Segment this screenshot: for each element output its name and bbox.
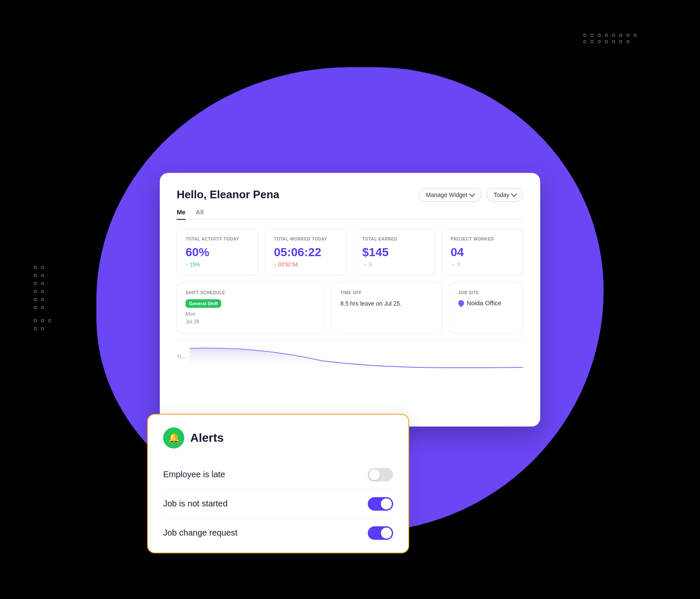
chevron-down-icon [511, 191, 517, 197]
tab-me[interactable]: Me [177, 208, 186, 220]
toggle-thumb-2 [381, 498, 392, 509]
alert-item-job-change-request: Job change request [163, 519, 393, 540]
stat-value-worked: 05:06:22 [274, 246, 338, 259]
toggle-job-not-started[interactable] [368, 497, 393, 511]
today-button[interactable]: Today [487, 188, 523, 202]
alert-item-employee-late: Employee is late [163, 460, 393, 490]
alert-label-employee-late: Employee is late [163, 470, 225, 479]
stat-label-earned: TOTAL EARNED [362, 237, 426, 241]
stat-change-earned: 0 [362, 262, 426, 268]
job-site-card: JOB SITE Noida Office [449, 282, 523, 334]
stat-value-activity: 60% [186, 246, 249, 259]
stat-label-activity: TOTAL ACTIVITY TODAY [186, 237, 249, 241]
tab-all[interactable]: All [196, 208, 204, 220]
stat-card-total-activity: TOTAL ACTIVITY TODAY 60% 15% [177, 229, 258, 276]
bottom-grid: SHIFT SCHEDULE General Shift Mon Jul 28 … [177, 282, 523, 334]
header-buttons: Manage Widget Today [419, 188, 523, 202]
manage-widget-button[interactable]: Manage Widget [419, 188, 481, 202]
timeline-label: TI... [177, 354, 186, 359]
greeting-text: Hello, Eleanor Pena [177, 188, 279, 201]
chart-area [190, 344, 523, 369]
job-site-name: Noida Office [467, 299, 501, 306]
stat-card-total-earned: TOTAL EARNED $145 0 [353, 229, 435, 276]
stat-card-project-worked: PROJECT WORKED 04 0 [442, 229, 523, 276]
job-site-row: Noida Office [458, 299, 514, 306]
stat-label-worked: TOTAL WORKED TODAY [274, 237, 338, 241]
alerts-title: Alerts [190, 431, 224, 445]
down-arrow-icon [274, 262, 276, 268]
shift-label: SHIFT SCHEDULE [186, 290, 316, 295]
main-dashboard-card: Hello, Eleanor Pena Manage Widget Today … [160, 173, 540, 427]
line-chart [190, 344, 523, 369]
alert-label-job-not-started: Job is not started [163, 499, 227, 509]
bell-circle: 🔔 [163, 427, 184, 449]
shift-schedule-card: SHIFT SCHEDULE General Shift Mon Jul 28 [177, 282, 325, 334]
stats-grid: TOTAL ACTIVITY TODAY 60% 15% TOTAL WORKE… [177, 229, 523, 276]
right-arrow-icon [362, 262, 367, 268]
stat-value-project: 04 [451, 246, 514, 259]
shift-tag: General Shift [186, 299, 221, 308]
up-arrow-icon [186, 262, 188, 268]
location-pin-icon [457, 299, 465, 307]
job-site-label: JOB SITE [458, 290, 514, 295]
time-off-card: TIME OFF 8.5 hrs leave on Jul 25. [331, 282, 443, 334]
alerts-card: 🔔 Alerts Employee is late Job is not sta… [147, 414, 409, 553]
toggle-job-change-request[interactable] [368, 526, 393, 540]
shift-date: Mon Jul 28 [186, 310, 316, 325]
stat-value-earned: $145 [362, 246, 426, 259]
time-off-label: TIME OFF [340, 290, 434, 295]
decorative-dots-left [34, 266, 51, 334]
stat-change-activity: 15% [186, 262, 249, 268]
alerts-header: 🔔 Alerts [163, 427, 393, 449]
chevron-down-icon [469, 191, 475, 197]
toggle-thumb [369, 469, 380, 480]
dashboard-header: Hello, Eleanor Pena Manage Widget Today [177, 188, 523, 202]
right-arrow-icon-2 [451, 262, 456, 268]
stat-label-project: PROJECT WORKED [451, 237, 514, 241]
time-off-text: 8.5 hrs leave on Jul 25. [340, 299, 434, 308]
stat-card-total-worked: TOTAL WORKED TODAY 05:06:22 03:52:54 [265, 229, 347, 276]
timeline-row-stub: TI... [177, 340, 523, 369]
toggle-employee-late[interactable] [368, 468, 393, 481]
decorative-dots-top-right [583, 34, 637, 46]
stat-change-project: 0 [451, 262, 514, 268]
bell-icon: 🔔 [168, 432, 180, 443]
alert-item-job-not-started: Job is not started [163, 490, 393, 519]
toggle-thumb-3 [381, 528, 392, 539]
tabs-row: Me All [177, 208, 523, 220]
stat-change-worked: 03:52:54 [274, 262, 338, 268]
alert-label-job-change-request: Job change request [163, 528, 238, 538]
